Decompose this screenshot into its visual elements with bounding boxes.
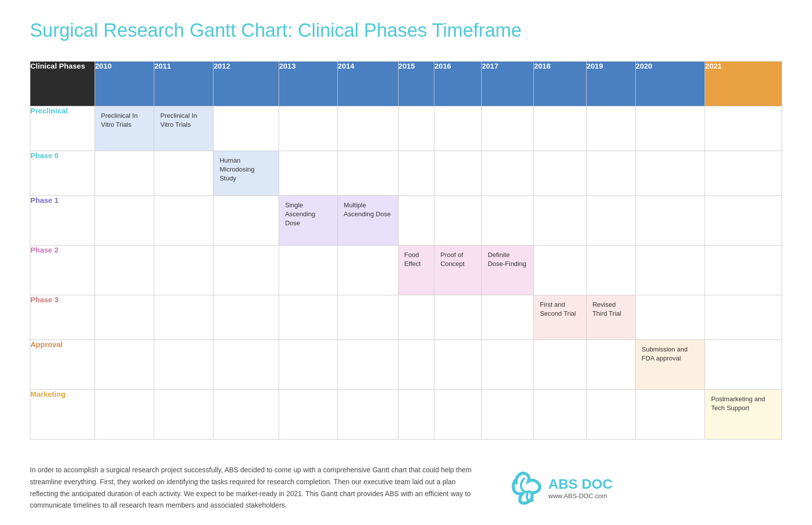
cell-phase0-7 — [482, 151, 534, 196]
cell-phase2-3 — [279, 246, 337, 295]
cell-marketing-10 — [635, 390, 705, 439]
cell-marketing-3 — [279, 390, 337, 439]
header-year-2019: 2019 — [586, 62, 635, 106]
header-year-2021: 2021 — [705, 62, 782, 106]
cell-phase0-9 — [586, 151, 635, 196]
cell-phase1-7 — [482, 196, 534, 246]
cell-marketing-2 — [213, 390, 279, 439]
cell-marketing-0 — [95, 390, 154, 439]
phase-label-phase0: Phase 0 — [30, 151, 95, 196]
cell-approval-10: Submission and FDA approval — [635, 340, 705, 390]
header-year-2012: 2012 — [213, 62, 279, 106]
cell-phase2-2 — [213, 246, 279, 295]
cell-phase0-11 — [705, 151, 782, 196]
cell-phase1-10 — [635, 196, 705, 246]
cell-phase2-9 — [586, 246, 635, 295]
cell-phase1-8 — [534, 196, 586, 246]
cell-marketing-5 — [398, 390, 434, 439]
brand-name: ABS DOC — [548, 476, 612, 492]
cell-phase2-0 — [95, 246, 154, 295]
title-highlight: Clinical Phases Timeframe — [298, 20, 522, 41]
header-year-2010: 2010 — [95, 62, 154, 106]
cell-approval-5 — [398, 340, 434, 390]
cell-phase1-2 — [213, 196, 279, 246]
phase-label-phase1: Phase 1 — [30, 196, 95, 246]
title-static: Surgical Research Gantt Chart: — [30, 20, 298, 41]
gantt-row-approval: ApprovalSubmission and FDA approval — [30, 340, 782, 390]
cell-phase3-6 — [434, 295, 482, 340]
header-year-2015: 2015 — [398, 62, 434, 106]
cell-preclinical-10 — [635, 106, 705, 151]
cell-phase1-5 — [398, 196, 434, 246]
header-phase-col: Clinical Phases — [30, 62, 95, 106]
cell-approval-3 — [279, 340, 337, 390]
cell-phase0-8 — [534, 151, 586, 196]
cell-approval-0 — [95, 340, 154, 390]
cell-approval-2 — [213, 340, 279, 390]
phase-label-phase3: Phase 3 — [30, 295, 95, 340]
cell-phase3-3 — [279, 295, 337, 340]
cell-phase3-5 — [398, 295, 434, 340]
cell-approval-1 — [154, 340, 213, 390]
cell-phase3-0 — [95, 295, 154, 340]
cell-text-phase2-5: Food Effect — [399, 246, 434, 295]
cell-phase3-9: Revised Third Trial — [586, 295, 635, 340]
cell-approval-8 — [534, 340, 586, 390]
gantt-chart: Clinical Phases 2010 2011 2012 2013 2014… — [30, 61, 782, 439]
cell-preclinical-11 — [705, 106, 782, 151]
cell-phase2-8 — [534, 246, 586, 295]
cell-marketing-11: Postmarketing and Tech Support — [705, 390, 782, 439]
abs-doc-icon — [508, 471, 542, 506]
cell-approval-7 — [482, 340, 534, 390]
cell-preclinical-2 — [213, 106, 279, 151]
cell-text-phase1-3: Single Ascending Dose — [279, 196, 337, 245]
cell-marketing-1 — [154, 390, 213, 439]
cell-marketing-4 — [337, 390, 398, 439]
cell-phase0-10 — [635, 151, 705, 196]
cell-preclinical-8 — [534, 106, 586, 151]
cell-marketing-8 — [534, 390, 586, 439]
header-year-2020: 2020 — [635, 62, 705, 106]
cell-approval-4 — [337, 340, 398, 390]
cell-text-phase1-4: Multiple Ascending Dose — [338, 196, 398, 245]
cell-phase3-4 — [337, 295, 398, 340]
cell-approval-11 — [705, 340, 782, 390]
cell-phase1-3: Single Ascending Dose — [279, 196, 337, 246]
brand-url: www.ABS-DOC.com — [548, 492, 612, 500]
cell-text-phase3-9: Revised Third Trial — [587, 295, 635, 340]
cell-marketing-7 — [482, 390, 534, 439]
cell-phase3-11 — [705, 295, 782, 340]
phase-label-phase2: Phase 2 — [30, 246, 95, 295]
cell-phase0-0 — [95, 151, 154, 196]
phase-label-marketing: Marketing — [30, 390, 95, 439]
cell-preclinical-7 — [482, 106, 534, 151]
brand-text: ABS DOC www.ABS-DOC.com — [548, 476, 612, 500]
gantt-row-phase2: Phase 2Food EffectProof of ConceptDefini… — [30, 246, 782, 295]
gantt-row-marketing: MarketingPostmarketing and Tech Support — [30, 390, 782, 439]
header-row: Clinical Phases 2010 2011 2012 2013 2014… — [30, 62, 782, 106]
cell-phase2-10 — [635, 246, 705, 295]
cell-marketing-6 — [434, 390, 482, 439]
cell-phase2-1 — [154, 246, 213, 295]
cell-text-phase2-6: Proof of Concept — [434, 246, 481, 295]
cell-phase0-2: Human Microdosing Study — [213, 151, 279, 196]
gantt-row-phase1: Phase 1Single Ascending DoseMultiple Asc… — [30, 196, 782, 246]
cell-phase0-3 — [279, 151, 337, 196]
cell-text-phase0-2: Human Microdosing Study — [213, 151, 278, 195]
cell-preclinical-4 — [337, 106, 398, 151]
cell-preclinical-6 — [434, 106, 482, 151]
cell-phase2-4 — [337, 246, 398, 295]
cell-preclinical-9 — [586, 106, 635, 151]
cell-phase3-7 — [482, 295, 534, 340]
header-year-2011: 2011 — [154, 62, 213, 106]
cell-phase2-5: Food Effect — [398, 246, 434, 295]
cell-phase3-1 — [154, 295, 213, 340]
brand-logo: ABS DOC www.ABS-DOC.com — [508, 471, 612, 506]
cell-preclinical-1: Preclinical In Vitro Trials — [154, 106, 213, 151]
cell-phase1-0 — [95, 196, 154, 246]
cell-marketing-9 — [586, 390, 635, 439]
cell-phase1-1 — [154, 196, 213, 246]
cell-text-phase3-8: First and Second Trial — [534, 295, 586, 340]
cell-phase2-11 — [705, 246, 782, 295]
cell-phase3-8: First and Second Trial — [534, 295, 586, 340]
